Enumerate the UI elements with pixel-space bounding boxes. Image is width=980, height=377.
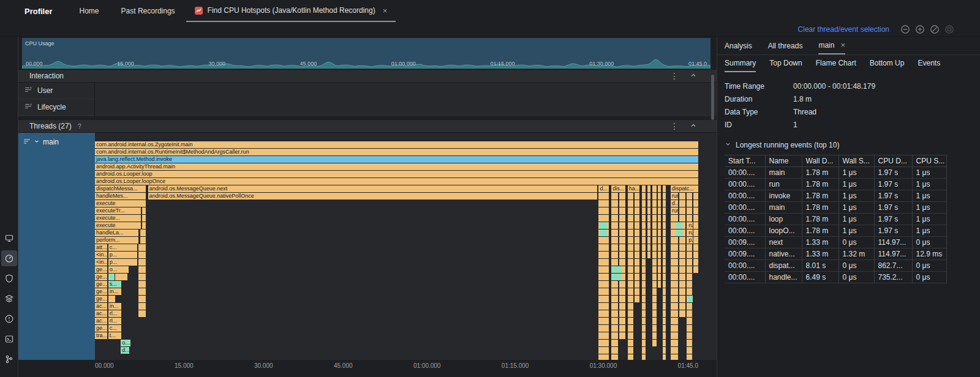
shield-icon[interactable] [1, 271, 17, 286]
flame-bar[interactable]: dis... [611, 185, 625, 192]
flame-bar[interactable]: execute... [95, 215, 141, 222]
flame-bar[interactable]: o... [121, 340, 130, 346]
subtab-flame-chart[interactable]: Flame Chart [816, 55, 856, 72]
flame-bar[interactable] [142, 222, 146, 229]
table-row[interactable]: 00:00....run1.78 m1 μs1.97 s1 μs [725, 179, 946, 190]
table-row[interactable]: 00:09....next1.33 m0 μs114.97...0 μs [725, 237, 946, 248]
flame-bar[interactable]: in... [108, 303, 122, 310]
flame-bar[interactable] [600, 230, 607, 236]
interaction-row-user[interactable]: User [18, 83, 94, 99]
flame-bar[interactable]: com.android.internal.os.RuntimeInit$Meth… [95, 149, 698, 155]
flame-bar[interactable] [612, 274, 621, 280]
flame-bar[interactable]: execute [95, 222, 141, 229]
column-header[interactable]: Name [765, 155, 802, 167]
column-header[interactable]: CPU D... [874, 155, 912, 167]
subtab-top-down[interactable]: Top Down [769, 55, 802, 72]
column-header[interactable]: Start T... [725, 155, 765, 167]
flame-bar[interactable]: android.os.MessageQueue.next [148, 185, 597, 192]
tab-past-recordings[interactable]: Past Recordings [121, 7, 175, 15]
flame-bar[interactable] [676, 230, 683, 236]
collapse-chevron-icon[interactable] [690, 72, 697, 81]
flame-bar[interactable]: com.android.internal.os.ZygoteInit.main [95, 141, 698, 148]
flame-bar[interactable] [688, 296, 693, 302]
flame-bar[interactable]: p... [687, 237, 693, 244]
flame-bar[interactable] [138, 266, 146, 273]
interaction-header[interactable]: Interaction ⋮ [18, 69, 717, 83]
flame-bar[interactable]: c... [108, 325, 122, 332]
flame-bar[interactable]: run [671, 207, 678, 214]
flame-bar[interactable] [138, 274, 146, 280]
flame-bar[interactable]: android.os.Looper.loopOnce [95, 178, 698, 185]
events-section-header[interactable]: Longest running events (top 10) [725, 141, 980, 149]
flame-bar[interactable]: ge... [95, 325, 107, 332]
vertical-scrollbar[interactable] [711, 75, 714, 120]
flame-bar[interactable]: android.os.MessageQueue.nativePollOnce [148, 193, 597, 200]
flame-bar[interactable]: t... [108, 332, 122, 339]
flame-column[interactable] [687, 185, 692, 360]
error-circle-icon[interactable] [1, 311, 17, 327]
table-row[interactable]: 00:00....loopO...1.78 m1 μs1.97 s1 μs [725, 225, 946, 237]
kebab-menu-icon[interactable]: ⋮ [670, 72, 679, 80]
table-row[interactable]: 00:00....dispat...8.01 s0 μs862.7...0 μs [725, 260, 946, 272]
table-row[interactable]: 00:00....invoke1.78 m1 μs1.97 s1 μs [725, 190, 946, 202]
flame-column[interactable] [642, 185, 646, 360]
flame-bar[interactable]: dispatchMessa... [95, 185, 146, 192]
column-header[interactable]: Wall D... [802, 155, 839, 167]
flame-bar[interactable]: <in... [95, 259, 107, 266]
column-header[interactable]: CPU S... [912, 155, 946, 167]
flame-bar[interactable]: rl... [108, 310, 122, 317]
flame-bar[interactable] [676, 222, 683, 229]
table-row[interactable]: 00:09....native...1.33 m1.32 m114.97...1… [725, 248, 946, 260]
flame-bar[interactable] [138, 303, 146, 310]
tab-all-threads[interactable]: All threads [768, 37, 803, 54]
table-row[interactable]: 00:00....loop1.78 m1 μs1.97 s1 μs [725, 214, 946, 225]
flame-bar[interactable] [612, 266, 621, 273]
flame-bar[interactable]: <in... [95, 252, 107, 258]
tab-main-thread[interactable]: main × [818, 37, 845, 54]
flame-bar[interactable]: d... [598, 185, 609, 192]
flame-column[interactable] [628, 185, 633, 360]
kebab-menu-icon[interactable]: ⋮ [670, 122, 679, 130]
flame-bar[interactable] [138, 288, 146, 295]
subtab-bottom-up[interactable]: Bottom Up [870, 55, 905, 72]
table-row[interactable]: 00:00....handle...6.49 s0 μs735.2...0 μs [725, 272, 946, 283]
layers-icon[interactable] [1, 291, 17, 307]
help-icon[interactable]: ? [78, 122, 81, 130]
flame-bar[interactable]: execute [95, 200, 146, 207]
flame-bar[interactable]: dispatc... [671, 185, 698, 192]
flame-bar[interactable] [138, 310, 146, 317]
zoom-in-icon[interactable] [915, 24, 925, 34]
flame-bar[interactable]: ge... [95, 274, 107, 280]
flame-bar[interactable]: s... [108, 281, 122, 288]
chevron-down-icon[interactable] [34, 138, 40, 146]
flame-bar[interactable] [142, 215, 146, 222]
subtab-summary[interactable]: Summary [725, 55, 756, 72]
flame-bar[interactable]: p... [108, 259, 137, 266]
flame-column[interactable] [647, 185, 650, 259]
flame-bar[interactable]: executeTr... [95, 207, 141, 214]
zoom-out-icon[interactable] [900, 24, 910, 34]
flame-bar[interactable]: tra... [95, 332, 107, 339]
interaction-row-lifecycle[interactable]: Lifecycle [18, 99, 94, 116]
flame-bar[interactable] [138, 281, 146, 288]
tab-recording[interactable]: Find CPU Hotspots (Java/Kotlin Method Re… [186, 0, 396, 22]
flame-bar[interactable]: p... [108, 252, 137, 258]
table-row[interactable]: 00:00....main1.78 m1 μs1.97 s1 μs [725, 167, 946, 179]
flame-bar[interactable] [138, 252, 146, 258]
flame-bar[interactable]: android.app.ActivityThread.main [95, 163, 698, 170]
flame-bar[interactable] [142, 207, 146, 214]
chevron-down-icon[interactable] [725, 141, 731, 149]
flame-column[interactable] [652, 185, 657, 347]
terminal-icon[interactable] [1, 331, 17, 347]
subtab-events[interactable]: Events [918, 55, 940, 72]
flame-bar[interactable]: run [687, 230, 693, 236]
flame-column[interactable] [598, 185, 609, 360]
flame-bar[interactable]: d... [671, 200, 678, 207]
flame-bar[interactable]: d... [121, 347, 129, 354]
flame-bar[interactable]: android.os.Looper.loop [95, 171, 698, 177]
thread-row-main[interactable]: main [18, 133, 95, 360]
tab-home[interactable]: Home [80, 7, 99, 15]
close-icon[interactable]: × [383, 6, 388, 15]
flame-bar[interactable] [140, 230, 146, 236]
git-branch-icon[interactable] [1, 351, 17, 367]
